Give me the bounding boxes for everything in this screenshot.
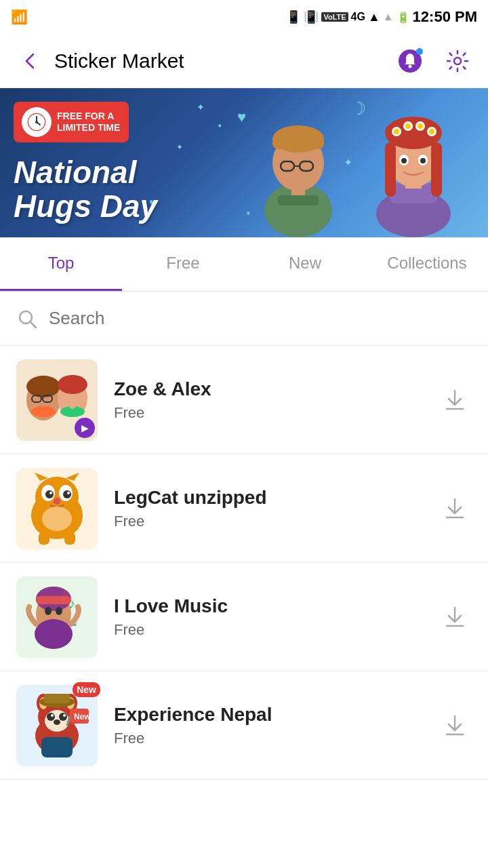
svg-point-1	[409, 64, 412, 68]
sticker-item: ♪ ♩ ♫ I Love Music Free	[0, 563, 488, 671]
tab-collections[interactable]: Collections	[366, 237, 488, 291]
signal2-icon: ▲	[383, 11, 394, 23]
svg-point-89	[63, 714, 66, 717]
sticker-price: Free	[114, 730, 438, 747]
network-4g-icon: 4G	[351, 11, 365, 23]
back-button[interactable]	[14, 44, 47, 78]
svg-point-88	[51, 714, 54, 717]
svg-rect-16	[278, 195, 319, 205]
sticker-price: Free	[114, 621, 438, 639]
svg-point-71	[45, 607, 52, 615]
svg-point-7	[35, 121, 38, 123]
sticker-name: LegCat unzipped	[114, 487, 438, 509]
vibrate-icon: 📳	[304, 9, 319, 24]
wifi-icon: 📶	[11, 9, 28, 25]
sticker-thumbnail: ♪ ♩ ♫	[16, 576, 98, 658]
sticker-item: New New Experience Nepal Free	[0, 671, 488, 780]
svg-rect-24	[385, 142, 396, 197]
svg-point-47	[58, 375, 87, 394]
settings-button[interactable]	[441, 44, 474, 78]
sticker-price: Free	[114, 404, 438, 422]
svg-text:♫: ♫	[62, 587, 69, 598]
sticker-item: LegCat unzipped Free	[0, 454, 488, 563]
svg-point-56	[45, 490, 54, 498]
battery-icon: 🔋	[396, 11, 410, 24]
svg-point-90	[54, 719, 60, 725]
svg-point-45	[31, 406, 56, 417]
svg-point-41	[26, 376, 60, 397]
notification-button[interactable]	[393, 44, 427, 78]
svg-line-39	[30, 322, 36, 328]
sticker-name: Experience Nepal	[114, 704, 438, 726]
notification-dot	[416, 48, 423, 55]
svg-point-72	[56, 607, 62, 615]
tab-top[interactable]: Top	[0, 237, 122, 291]
svg-rect-11	[272, 137, 324, 149]
search-bar	[0, 292, 488, 346]
banner[interactable]: ✦ ✦ ✦ ♥ ♥ ☽ ✦ ✦ FREE FOR A LIMITED TIME …	[0, 88, 488, 237]
sticker-info: LegCat unzipped Free	[114, 487, 438, 530]
male-character	[244, 102, 352, 237]
sticker-thumbnail	[16, 468, 98, 549]
sticker-price: Free	[114, 513, 438, 530]
status-bar: 📶 📱 📳 VoLTE 4G ▲ ▲ 🔋 12:50 PM	[0, 0, 488, 34]
svg-rect-64	[39, 532, 49, 545]
tab-new[interactable]: New	[244, 237, 366, 291]
time-display: 12:50 PM	[413, 8, 477, 26]
search-input[interactable]	[49, 308, 472, 329]
status-icons: 📱 📳 VoLTE 4G ▲ ▲ 🔋 12:50 PM	[286, 8, 477, 26]
svg-point-59	[67, 492, 70, 494]
sticker-item: ▶ Zoe & Alex Free	[0, 346, 488, 454]
banner-characters	[230, 88, 488, 237]
signal-icon: ▲	[368, 10, 380, 24]
svg-rect-65	[64, 532, 75, 545]
download-button[interactable]	[438, 600, 472, 634]
banner-badge: FREE FOR A LIMITED TIME	[14, 102, 129, 142]
sticker-info: I Love Music Free	[114, 595, 438, 639]
banner-title-line1: National	[14, 155, 157, 190]
svg-point-58	[49, 492, 52, 494]
svg-point-49	[69, 401, 76, 409]
svg-point-87	[59, 713, 67, 721]
banner-title: National Hugs Day	[14, 155, 157, 224]
svg-point-57	[63, 490, 71, 498]
svg-point-33	[429, 129, 434, 134]
sticker-thumbnail: ▶	[16, 359, 98, 441]
page-title: Sticker Market	[47, 50, 393, 73]
search-icon	[16, 308, 38, 330]
download-button[interactable]	[438, 709, 472, 743]
svg-point-73	[35, 619, 73, 649]
tab-free[interactable]: Free	[122, 237, 244, 291]
phone-icon: 📱	[286, 9, 301, 24]
sticker-info: Zoe & Alex Free	[114, 378, 438, 422]
sticker-name: I Love Music	[114, 595, 438, 617]
svg-point-31	[405, 123, 411, 129]
svg-rect-92	[44, 694, 70, 703]
svg-text:♪: ♪	[68, 596, 75, 611]
status-left: 📶	[11, 9, 28, 25]
svg-point-63	[42, 507, 72, 531]
play-badge: ▶	[75, 418, 95, 438]
volte-badge: VoLTE	[321, 12, 348, 22]
svg-rect-25	[431, 142, 442, 197]
female-character	[352, 95, 474, 237]
tabs: Top Free New Collections	[0, 237, 488, 292]
banner-title-line2: Hugs Day	[14, 189, 157, 224]
app-bar: Sticker Market	[0, 34, 488, 88]
svg-point-30	[394, 129, 399, 134]
svg-text:New: New	[74, 712, 91, 722]
sticker-thumbnail: New New	[16, 685, 98, 766]
svg-point-60	[54, 498, 60, 505]
banner-badge-text: FREE FOR A LIMITED TIME	[57, 111, 121, 134]
sticker-info: Experience Nepal Free	[114, 704, 438, 747]
download-button[interactable]	[438, 492, 472, 526]
svg-point-86	[47, 713, 55, 721]
svg-rect-96	[41, 737, 73, 757]
svg-point-36	[401, 158, 407, 163]
download-button[interactable]	[438, 383, 472, 417]
clock-icon	[22, 107, 52, 137]
sticker-list: ▶ Zoe & Alex Free	[0, 346, 488, 780]
app-bar-actions	[393, 44, 474, 78]
new-badge: New	[73, 682, 100, 697]
sticker-name: Zoe & Alex	[114, 378, 438, 400]
